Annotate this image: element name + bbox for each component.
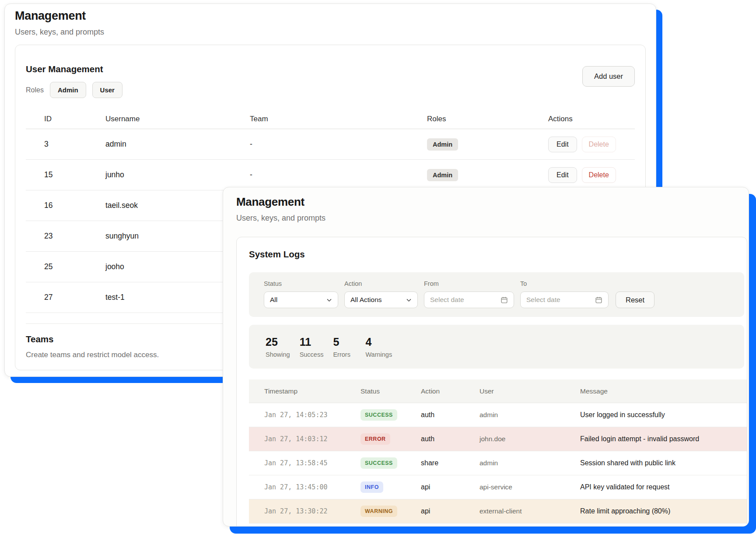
edit-button[interactable]: Edit — [548, 167, 577, 183]
action-filter-label: Action — [344, 280, 418, 288]
to-date-placeholder: Select date — [526, 296, 560, 304]
from-date-input[interactable]: Select date — [424, 292, 514, 308]
cell-id: 23 — [44, 232, 105, 241]
cell-message: Session shared with public link — [580, 459, 747, 467]
cell-message: API key validated for request — [580, 483, 747, 491]
stat-value: 11 — [300, 335, 324, 348]
log-filter-bar: Status All Action All Actions — [249, 272, 744, 317]
system-logs-heading: System Logs — [249, 249, 747, 260]
log-row: Jan 27, 13:30:22 WARNING api external-cl… — [249, 499, 747, 523]
roles-label: Roles — [26, 86, 44, 94]
col-username: Username — [105, 115, 250, 123]
cell-message: Failed login attempt - invalid password — [580, 435, 747, 443]
col-message: Message — [580, 387, 747, 395]
role-filters: Roles Admin User — [26, 82, 635, 98]
page-title: Management — [15, 9, 646, 23]
stat-value: 4 — [365, 335, 392, 348]
cell-message: Rate limit approaching (80%) — [580, 507, 747, 515]
add-user-button[interactable]: Add user — [582, 66, 635, 87]
role-filter-admin[interactable]: Admin — [50, 82, 86, 98]
table-row: 3 admin - Admin Edit Delete — [26, 129, 635, 160]
cell-user: api-service — [480, 483, 580, 491]
status-select-value: All — [270, 296, 277, 304]
page-title: Management — [236, 195, 748, 209]
log-table-header: Timestamp Status Action User Message — [249, 379, 747, 403]
col-action: Action — [421, 387, 480, 395]
action-filter: Action All Actions — [344, 280, 418, 308]
to-date-input[interactable]: Select date — [520, 292, 609, 308]
table-row: 15 junho - Admin Edit Delete — [26, 160, 635, 190]
log-row: Jan 27, 14:03:12 ERROR auth john.doe Fai… — [249, 427, 747, 451]
chevron-down-icon — [326, 297, 332, 303]
action-select-value: All Actions — [350, 296, 382, 304]
stat-warnings: 4 Warnings — [365, 335, 392, 358]
from-date-placeholder: Select date — [430, 296, 464, 304]
cell-user: admin — [480, 459, 580, 467]
status-filter: Status All — [264, 280, 338, 308]
status-badge: ERROR — [360, 433, 390, 445]
role-filter-user[interactable]: User — [92, 82, 122, 98]
cell-timestamp: Jan 27, 14:03:12 — [264, 435, 360, 443]
management-window-front: Management Users, keys, and prompts Syst… — [223, 187, 749, 527]
log-row: Jan 27, 13:45:00 INFO api api-service AP… — [249, 475, 747, 499]
cell-roles: Admin — [427, 138, 548, 151]
system-logs-card: System Logs Status All Action All Action… — [236, 237, 747, 527]
stat-label: Warnings — [365, 351, 392, 358]
cell-id: 27 — [44, 293, 105, 302]
action-select[interactable]: All Actions — [344, 292, 418, 308]
stat-label: Showing — [266, 351, 290, 358]
cell-roles: Admin — [427, 169, 548, 181]
role-badge: Admin — [427, 138, 458, 151]
cell-id: 25 — [44, 262, 105, 271]
cell-action: share — [421, 459, 480, 467]
user-table-header: ID Username Team Roles Actions — [26, 109, 635, 129]
col-id: ID — [44, 115, 105, 123]
reset-filters-button[interactable]: Reset — [616, 292, 654, 308]
user-management-heading: User Management — [26, 63, 635, 75]
page-subtitle: Users, keys, and prompts — [15, 27, 646, 37]
col-team: Team — [250, 115, 427, 123]
cell-action: api — [421, 483, 480, 491]
delete-button[interactable]: Delete — [582, 167, 616, 183]
col-timestamp: Timestamp — [264, 387, 360, 395]
log-table: Timestamp Status Action User Message Jan… — [249, 379, 747, 523]
delete-button[interactable]: Delete — [582, 137, 616, 152]
status-badge: WARNING — [360, 506, 397, 517]
log-row: Jan 27, 13:58:45 SUCCESS share admin Ses… — [249, 451, 747, 475]
stat-success: 11 Success — [300, 335, 324, 358]
cell-message: User logged in successfully — [580, 411, 747, 419]
cell-status: WARNING — [360, 506, 421, 517]
cell-actions: Edit Delete — [548, 167, 635, 183]
cell-status: SUCCESS — [360, 409, 421, 421]
stat-showing: 25 Showing — [266, 335, 290, 358]
col-status: Status — [360, 387, 421, 395]
cell-id: 3 — [44, 140, 105, 149]
chevron-down-icon — [406, 297, 412, 303]
from-date-filter: From Select date — [424, 280, 514, 308]
cell-username: admin — [105, 140, 250, 149]
status-select[interactable]: All — [264, 292, 338, 308]
cell-action: auth — [421, 435, 480, 443]
role-badge: Admin — [427, 169, 458, 181]
log-row: Jan 27, 14:05:23 SUCCESS auth admin User… — [249, 403, 747, 427]
col-user: User — [480, 387, 580, 395]
status-badge: SUCCESS — [360, 457, 397, 469]
col-actions: Actions — [548, 115, 635, 123]
stat-label: Errors — [333, 351, 356, 358]
stat-value: 25 — [266, 335, 290, 348]
calendar-icon — [500, 296, 508, 304]
to-date-label: To — [520, 280, 609, 288]
edit-button[interactable]: Edit — [548, 137, 577, 152]
cell-actions: Edit Delete — [548, 137, 635, 152]
cell-timestamp: Jan 27, 13:45:00 — [264, 483, 360, 491]
cell-timestamp: Jan 27, 14:05:23 — [264, 411, 360, 419]
calendar-icon — [595, 296, 602, 304]
cell-id: 15 — [44, 170, 105, 179]
col-roles: Roles — [427, 115, 548, 123]
status-filter-label: Status — [264, 280, 338, 288]
to-date-filter: To Select date — [520, 280, 609, 308]
cell-timestamp: Jan 27, 13:58:45 — [264, 459, 360, 467]
stat-value: 5 — [333, 335, 356, 348]
status-badge: SUCCESS — [360, 409, 397, 421]
status-badge: INFO — [360, 481, 383, 493]
